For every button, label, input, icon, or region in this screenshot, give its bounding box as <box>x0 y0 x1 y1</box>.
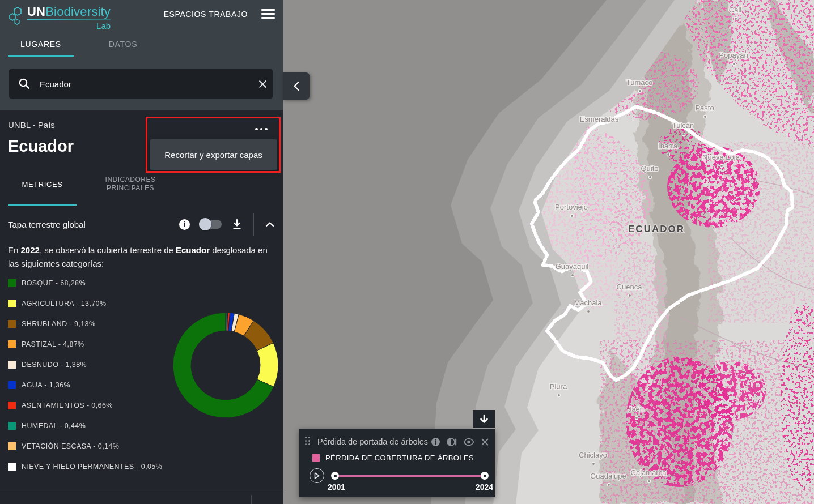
map-city-dot <box>635 416 638 419</box>
search-clear-button[interactable] <box>252 74 273 94</box>
drag-handle-icon[interactable] <box>305 437 313 447</box>
chevron-up-icon[interactable] <box>265 221 274 227</box>
timeline-title: Pérdida de portada de árboles <box>317 437 431 446</box>
legend-item: SHRUBLAND - 9,13% <box>8 314 178 334</box>
legend-label: HUMEDAL - 0,44% <box>22 422 86 430</box>
map-city-dot <box>557 394 560 396</box>
tree-loss-legend-label: PÉRDIDA DE COBERTURA DE ÁRBOLES <box>325 454 474 462</box>
legend-label: ASENTAMIENTOS - 0,66% <box>22 402 113 409</box>
divider <box>253 213 254 236</box>
divider-tick <box>251 495 252 504</box>
map-city-dot <box>734 17 737 20</box>
logo-lab: Lab <box>27 22 111 30</box>
legend-item: PASTIZAL - 4,87% <box>8 334 178 354</box>
layer-visibility-toggle[interactable] <box>200 220 222 229</box>
map-city-dot <box>592 462 595 465</box>
search-box <box>9 69 273 99</box>
timeline-handle-end[interactable] <box>481 472 489 480</box>
hamburger-icon[interactable] <box>261 9 275 19</box>
map-city-label: Portoviejo <box>555 203 588 211</box>
map-city-label: Cali <box>729 6 742 14</box>
legend-item: NIEVE Y HIELO PERMANENTES - 0,05% <box>8 456 178 477</box>
download-icon[interactable] <box>232 219 242 230</box>
map-city-label: Machala <box>574 298 602 307</box>
close-icon <box>258 80 267 88</box>
tab-datos[interactable]: DATOS <box>96 40 150 57</box>
map-city-dot <box>638 89 641 92</box>
tab-indicadores-principales[interactable]: INDICADORES PRINCIPALES <box>88 172 173 206</box>
legend-label: AGUA - 1,36% <box>22 381 70 389</box>
unbl-logo[interactable]: UNBiodiversity Lab <box>8 6 111 30</box>
place-kicker: UNBL - País <box>8 120 55 130</box>
tab-lugares[interactable]: LUGARES <box>8 40 74 57</box>
play-button[interactable] <box>310 468 324 483</box>
map-city-dot <box>587 310 590 313</box>
map-city-label: Nueva Loja <box>702 153 740 161</box>
legend-swatch <box>8 361 16 369</box>
close-icon[interactable] <box>481 438 489 446</box>
donut-segment <box>257 343 278 387</box>
arrow-down-icon <box>478 413 490 425</box>
map-city-dot <box>571 274 574 276</box>
workspaces-link[interactable]: ESPACIOS TRABAJO <box>164 10 248 19</box>
logo-un: UN <box>27 5 45 19</box>
legend-item: BOSQUE - 68,28% <box>8 273 178 293</box>
sidebar-header: UNBiodiversity Lab ESPACIOS TRABAJO LUGA… <box>0 0 283 110</box>
legend-item: AGRICULTURA - 13,70% <box>8 293 178 314</box>
eye-icon[interactable] <box>463 438 474 446</box>
map-city-dot <box>667 153 669 156</box>
map-city-label: Popayán <box>719 51 748 59</box>
legend-item: DESNUDO - 1,38% <box>8 354 178 375</box>
landcover-legend: BOSQUE - 68,28%AGRICULTURA - 13,70%SHRUB… <box>8 273 178 477</box>
map-city-dot <box>682 133 685 135</box>
search-input[interactable] <box>39 79 252 89</box>
timeline-year-start: 2001 <box>328 482 345 492</box>
map-city-dot <box>607 483 610 486</box>
timeline-track[interactable] <box>333 475 486 477</box>
legend-label: NIEVE Y HIELO PERMANENTES - 0,05% <box>22 463 162 471</box>
legend-label: SHRUBLAND - 9,13% <box>22 320 95 328</box>
map-city-label: Guadalupe <box>590 472 626 480</box>
map-city-label: Piura <box>550 382 567 391</box>
legend-swatch <box>8 381 16 389</box>
metric-tabs: METRICES INDICADORES PRINCIPALES <box>8 172 173 206</box>
play-icon <box>314 472 320 479</box>
timeline-handle-start[interactable] <box>331 472 339 480</box>
place-title: Ecuador <box>8 137 74 156</box>
menu-item-recortar-exportar[interactable]: Recortar y exportar capas <box>150 139 277 170</box>
timeline-slider <box>310 468 488 484</box>
map-city-label: Quito <box>641 164 658 173</box>
landcover-donut-chart <box>173 313 278 418</box>
tree-loss-legend-swatch <box>312 454 320 462</box>
legend-swatch <box>8 279 16 287</box>
more-options-button[interactable] <box>255 125 272 134</box>
map-city-label: Tumaco <box>626 78 652 87</box>
legend-item: VETACIÓN ESCASA - 0,14% <box>8 436 178 456</box>
opacity-icon[interactable] <box>447 437 457 447</box>
legend-swatch <box>8 402 16 409</box>
map-city-label: Cuenca <box>617 283 643 291</box>
legend-swatch <box>8 300 16 307</box>
chevron-left-icon <box>292 80 300 92</box>
map-city-label: Pasto <box>695 104 714 112</box>
timeline-year-end: 2024 <box>476 482 493 492</box>
legend-item: ASENTAMIENTOS - 0,66% <box>8 395 178 416</box>
legend-label: BOSQUE - 68,28% <box>22 279 86 287</box>
map-city-label: Ibarra <box>658 142 678 150</box>
sidebar-collapse-button[interactable] <box>283 72 310 100</box>
map-city-dot <box>647 480 650 482</box>
legend-swatch <box>8 442 16 450</box>
timeline-panel: Pérdida de portada de árboles PÉRDIDA DE… <box>299 429 495 497</box>
timeline-collapse-button[interactable] <box>473 410 495 428</box>
legend-label: PASTIZAL - 4,87% <box>22 340 84 348</box>
section-divider <box>0 492 283 492</box>
map-city-dot <box>628 294 631 297</box>
info-icon[interactable] <box>431 437 440 447</box>
legend-label: AGRICULTURA - 13,70% <box>22 300 106 307</box>
info-icon[interactable]: i <box>179 219 190 230</box>
legend-swatch <box>8 320 16 328</box>
sidebar: UNBiodiversity Lab ESPACIOS TRABAJO LUGA… <box>0 0 283 504</box>
tab-metrices[interactable]: METRICES <box>8 172 77 206</box>
map-city-label: Cajamarca <box>631 468 667 477</box>
unbl-app: CaliPopayánTumacoPastoEsmeraldasTulcánIb… <box>0 0 814 504</box>
